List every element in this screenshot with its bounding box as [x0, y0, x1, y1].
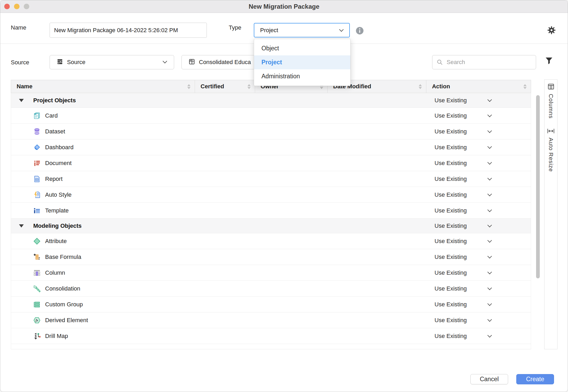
- table-row[interactable]: Attribute Use Existing: [11, 233, 531, 249]
- chevron-down-icon: [488, 208, 492, 212]
- menu-item-administration[interactable]: Administration: [254, 69, 350, 83]
- columns-icon: [547, 83, 555, 91]
- search-input[interactable]: [446, 59, 536, 66]
- server-stack-icon: [57, 59, 63, 66]
- name-label: Name: [11, 24, 26, 31]
- table-body: Project Objects Use Existing Card Use Ex…: [11, 93, 531, 349]
- chevron-down-icon: [488, 192, 492, 196]
- project-grid-icon: [189, 59, 195, 66]
- dashboard-icon: [33, 144, 41, 151]
- collapse-group-icon[interactable]: [19, 224, 24, 228]
- row-action-select[interactable]: Use Existing: [435, 333, 491, 340]
- drill-map-icon: [33, 332, 41, 340]
- chevron-down-icon: [488, 286, 492, 290]
- base-formula-icon: [33, 253, 41, 261]
- chevron-down-icon: [488, 238, 492, 243]
- row-action-select[interactable]: Use Existing: [435, 191, 491, 198]
- row-action-select[interactable]: Use Existing: [435, 144, 491, 151]
- auto-resize-tab[interactable]: Auto Resize: [547, 128, 555, 172]
- row-action-select[interactable]: Use Existing: [435, 285, 491, 292]
- column-icon: [33, 269, 41, 277]
- collapse-group-icon[interactable]: [19, 99, 24, 102]
- chevron-down-icon: [488, 333, 492, 338]
- source-label: Source: [11, 59, 29, 66]
- row-action-select[interactable]: Use Existing: [435, 222, 491, 229]
- chevron-down-icon: [488, 144, 492, 149]
- chevron-down-icon: [163, 59, 167, 64]
- table-row[interactable]: Column Use Existing: [11, 265, 531, 281]
- table-row[interactable]: Dashboard Use Existing: [11, 139, 531, 155]
- object-table: Name Certified Owner Date Modified Actio…: [11, 80, 531, 349]
- column-header-certified[interactable]: Certified: [195, 80, 255, 93]
- title-bar: New Migration Package: [0, 0, 568, 13]
- info-icon[interactable]: [356, 27, 364, 36]
- new-migration-package-dialog: New Migration Package Name Type Project: [0, 0, 568, 392]
- row-action-select[interactable]: Use Existing: [435, 254, 491, 260]
- type-select-value: Project: [260, 27, 278, 34]
- table-row[interactable]: fx Derived Element Use Existing: [11, 312, 531, 328]
- search-box: [432, 55, 536, 69]
- table-row-group[interactable]: Modeling Objects Use Existing: [11, 219, 531, 233]
- auto-resize-icon: [547, 128, 555, 135]
- search-icon: [437, 59, 443, 65]
- table-row[interactable]: Dataset Use Existing: [11, 124, 531, 139]
- chevron-down-icon: [339, 27, 344, 32]
- filter-icon[interactable]: [545, 57, 553, 67]
- template-icon: [33, 207, 41, 214]
- row-action-select[interactable]: Use Existing: [435, 269, 491, 276]
- sort-icon: [523, 84, 527, 89]
- type-dropdown-menu: Object Project Administration: [254, 39, 351, 86]
- gear-icon[interactable]: [547, 26, 556, 36]
- chevron-down-icon: [488, 176, 492, 181]
- row-action-select[interactable]: Use Existing: [435, 301, 491, 308]
- consolidation-icon: [33, 285, 41, 292]
- table-row[interactable]: Report Use Existing: [11, 171, 531, 187]
- row-action-select[interactable]: Use Existing: [435, 112, 491, 119]
- row-action-select[interactable]: Use Existing: [435, 207, 491, 214]
- column-header-action[interactable]: Action: [426, 80, 531, 93]
- group-label: Project Objects: [33, 97, 76, 104]
- table-row[interactable]: Card Use Existing: [11, 108, 531, 124]
- document-icon: [33, 159, 41, 167]
- row-action-select[interactable]: Use Existing: [435, 128, 491, 135]
- column-header-name[interactable]: Name: [11, 80, 195, 93]
- table-row[interactable]: Custom Group Use Existing: [11, 297, 531, 312]
- table-row[interactable]: Template Use Existing: [11, 203, 531, 219]
- row-action-select[interactable]: Use Existing: [435, 176, 491, 182]
- chevron-down-icon: [488, 160, 492, 165]
- columns-panel-tab[interactable]: Columns: [547, 83, 555, 119]
- custom-group-icon: [33, 301, 41, 308]
- chevron-down-icon: [488, 302, 492, 306]
- chevron-down-icon: [488, 254, 492, 259]
- environment-select[interactable]: Source: [50, 55, 174, 69]
- row-action-select[interactable]: Use Existing: [435, 238, 491, 245]
- name-input[interactable]: [50, 23, 207, 38]
- chevron-down-icon: [488, 317, 492, 322]
- row-action-select[interactable]: Use Existing: [435, 160, 491, 167]
- table-row[interactable]: Auto Style Use Existing: [11, 187, 531, 203]
- row-action-select[interactable]: Use Existing: [435, 317, 491, 324]
- auto-resize-tab-label: Auto Resize: [547, 138, 554, 172]
- type-select[interactable]: Project: [254, 23, 350, 37]
- create-button[interactable]: Create: [516, 374, 554, 384]
- chevron-down-icon: [488, 270, 492, 274]
- cancel-button[interactable]: Cancel: [470, 374, 508, 384]
- table-row[interactable]: Consolidation Use Existing: [11, 281, 531, 297]
- window-title: New Migration Package: [0, 0, 568, 13]
- table-row-group[interactable]: Project Objects Use Existing: [11, 93, 531, 108]
- table-row[interactable]: Drill Map Use Existing: [11, 328, 531, 344]
- columns-tab-label: Columns: [547, 94, 554, 119]
- dataset-icon: [33, 128, 41, 135]
- menu-item-object[interactable]: Object: [254, 41, 350, 55]
- row-action-select[interactable]: Use Existing: [435, 97, 491, 104]
- chevron-down-icon: [488, 129, 492, 133]
- menu-item-project[interactable]: Project: [254, 55, 350, 69]
- type-label: Type: [229, 24, 241, 31]
- auto-style-icon: [33, 191, 41, 199]
- project-select-value: Consolidated Educa: [199, 59, 251, 66]
- card-icon: [33, 112, 41, 119]
- table-row[interactable]: Base Formula Use Existing: [11, 249, 531, 265]
- table-row[interactable]: Document Use Existing: [11, 155, 531, 171]
- vertical-scrollbar-thumb[interactable]: [536, 95, 540, 278]
- right-sidebar: Columns Auto Resize: [544, 79, 557, 349]
